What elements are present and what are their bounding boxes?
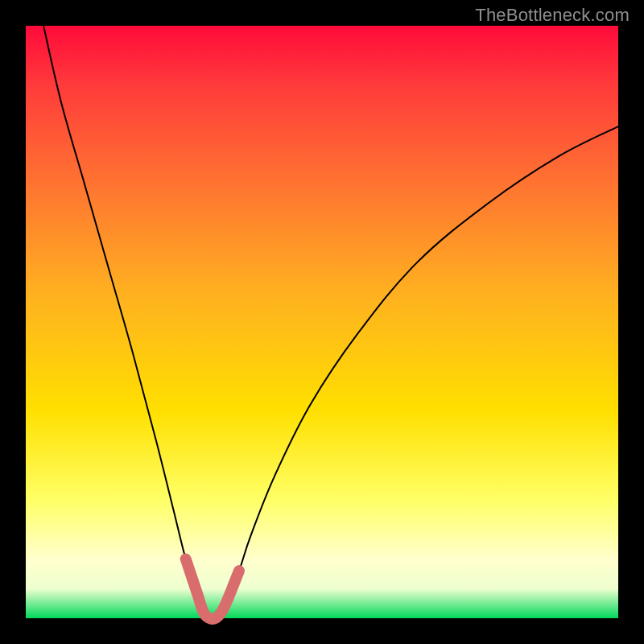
chart-plot-area: [26, 26, 618, 618]
curve-layer: [26, 26, 618, 618]
trough-highlight: [186, 559, 239, 619]
watermark-text: TheBottleneck.com: [475, 5, 630, 26]
bottleneck-curve: [43, 26, 618, 619]
